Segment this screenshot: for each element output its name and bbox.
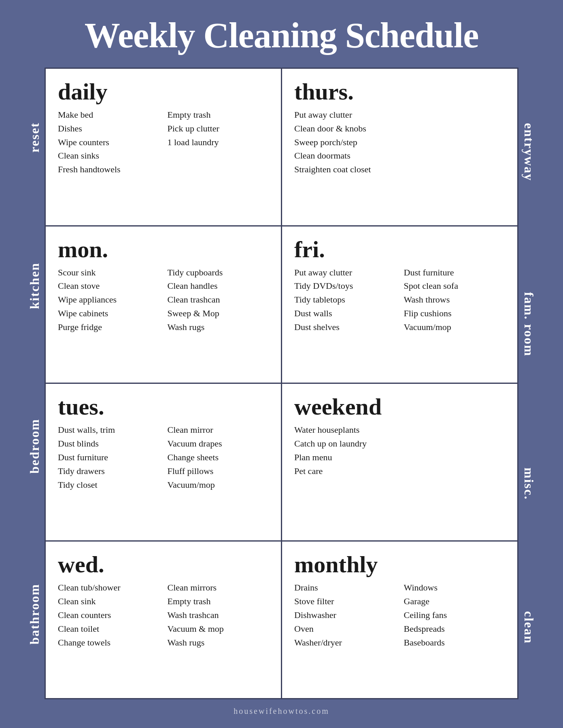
day-title-3: fri. xyxy=(294,238,505,261)
left-label-0: reset xyxy=(27,122,42,152)
task-item: Windows xyxy=(404,581,506,594)
day-title-1: thurs. xyxy=(294,80,505,104)
tasks-row-1: Put away clutterClean door & knobsSweep … xyxy=(294,108,505,216)
tasks-col2-0: Empty trashPick up clutter1 load laundry xyxy=(168,108,269,216)
task-item: Empty trash xyxy=(168,595,269,608)
task-item: Clean door & knobs xyxy=(294,122,505,135)
task-item: Scour sink xyxy=(58,266,159,279)
tasks-row-4: Dust walls, trimDust blindsDust furnitur… xyxy=(58,423,269,531)
task-item: Catch up on laundry xyxy=(294,437,505,450)
tasks-col1-5: Water houseplantsCatch up on laundryPlan… xyxy=(294,423,505,531)
main-grid: dailyMake bedDishesWipe countersClean si… xyxy=(45,68,518,699)
cell-fri: fri.Put away clutterTidy DVDs/toysTidy t… xyxy=(282,226,517,383)
task-item: Sweep & Mop xyxy=(168,307,269,320)
task-item: Dust walls, trim xyxy=(58,423,159,436)
tasks-row-2: Scour sinkClean stoveWipe appliancesWipe… xyxy=(58,266,269,373)
right-label-0: entryway xyxy=(521,123,536,181)
left-label-3: bathroom xyxy=(27,584,42,645)
page-title: Weekly Cleaning Schedule xyxy=(85,16,478,55)
left-labels: resetkitchenbedroombathroom xyxy=(24,68,45,699)
task-item: Straighten coat closet xyxy=(294,163,505,176)
task-item: Change towels xyxy=(58,636,159,649)
footer-text: housewifehowtos.com xyxy=(234,707,329,716)
task-item: Fresh handtowels xyxy=(58,163,159,176)
task-item: Sweep porch/step xyxy=(294,136,505,149)
tasks-row-6: Clean tub/showerClean sinkClean counters… xyxy=(58,581,269,688)
tasks-col1-4: Dust walls, trimDust blindsDust furnitur… xyxy=(58,423,159,531)
task-item: Clean counters xyxy=(58,609,159,622)
task-item: Wash trashcan xyxy=(168,609,269,622)
task-item: Vacuum/mop xyxy=(404,321,506,334)
task-item: Put away clutter xyxy=(294,108,505,121)
tasks-col1-1: Put away clutterClean door & knobsSweep … xyxy=(294,108,505,216)
task-item: Wipe counters xyxy=(58,136,159,149)
task-item: Clean trashcan xyxy=(168,293,269,306)
task-item: Wipe cabinets xyxy=(58,307,159,320)
task-item: Vacuum/mop xyxy=(168,478,269,491)
tasks-col2-4: Clean mirrorVacuum drapesChange sheetsFl… xyxy=(168,423,269,531)
cell-monthly: monthlyDrainsStove filterDishwasherOvenW… xyxy=(282,542,517,698)
task-item: Vacuum & mop xyxy=(168,622,269,635)
task-item: Garage xyxy=(404,595,506,608)
tasks-col1-0: Make bedDishesWipe countersClean sinksFr… xyxy=(58,108,159,216)
task-item: Clean doormats xyxy=(294,149,505,162)
tasks-row-7: DrainsStove filterDishwasherOvenWasher/d… xyxy=(294,581,505,688)
task-item: Clean sinks xyxy=(58,149,159,162)
left-label-2: bedroom xyxy=(27,419,42,474)
task-item: Dust blinds xyxy=(58,437,159,450)
cell-wed: wed.Clean tub/showerClean sinkClean coun… xyxy=(46,542,281,698)
right-label-1: fam. room xyxy=(521,292,536,357)
task-item: Dust furniture xyxy=(58,451,159,464)
task-item: Wash throws xyxy=(404,293,506,306)
task-item: Bedspreads xyxy=(404,622,506,635)
task-item: Dust walls xyxy=(294,307,396,320)
task-item: Fluff pillows xyxy=(168,465,269,478)
cell-tues: tues.Dust walls, trimDust blindsDust fur… xyxy=(46,384,281,540)
task-item: Tidy closet xyxy=(58,478,159,491)
task-item: Clean tub/shower xyxy=(58,581,159,594)
task-item: Wipe appliances xyxy=(58,293,159,306)
tasks-row-0: Make bedDishesWipe countersClean sinksFr… xyxy=(58,108,269,216)
task-item: Clean stove xyxy=(58,279,159,292)
day-title-2: mon. xyxy=(58,238,269,261)
cell-mon: mon.Scour sinkClean stoveWipe appliances… xyxy=(46,226,281,383)
task-item: Washer/dryer xyxy=(294,636,396,649)
task-item: Plan menu xyxy=(294,451,505,464)
task-item: Drains xyxy=(294,581,396,594)
tasks-col2-7: WindowsGarageCeiling fansBedspreadsBaseb… xyxy=(404,581,506,688)
cell-daily: dailyMake bedDishesWipe countersClean si… xyxy=(46,69,281,225)
task-item: Make bed xyxy=(58,108,159,121)
tasks-col1-3: Put away clutterTidy DVDs/toysTidy table… xyxy=(294,266,396,373)
day-title-6: wed. xyxy=(58,553,269,576)
task-item: Baseboards xyxy=(404,636,506,649)
task-item: Put away clutter xyxy=(294,266,396,279)
cell-thurs: thurs.Put away clutterClean door & knobs… xyxy=(282,69,517,225)
tasks-row-5: Water houseplantsCatch up on laundryPlan… xyxy=(294,423,505,531)
cell-weekend: weekendWater houseplantsCatch up on laun… xyxy=(282,384,517,540)
task-item: Water houseplants xyxy=(294,423,505,436)
task-item: Dust shelves xyxy=(294,321,396,334)
task-item: Tidy DVDs/toys xyxy=(294,279,396,292)
task-item: Clean handles xyxy=(168,279,269,292)
tasks-col1-7: DrainsStove filterDishwasherOvenWasher/d… xyxy=(294,581,396,688)
tasks-col2-6: Clean mirrorsEmpty trashWash trashcanVac… xyxy=(168,581,269,688)
task-item: Spot clean sofa xyxy=(404,279,506,292)
task-item: Empty trash xyxy=(168,108,269,121)
task-item: Wash rugs xyxy=(168,636,269,649)
task-item: Ceiling fans xyxy=(404,609,506,622)
day-title-4: tues. xyxy=(58,395,269,419)
task-item: Dishwasher xyxy=(294,609,396,622)
task-item: Tidy cupboards xyxy=(168,266,269,279)
task-item: Dust furniture xyxy=(404,266,506,279)
task-item: Clean toilet xyxy=(58,622,159,635)
task-item: Stove filter xyxy=(294,595,396,608)
left-label-1: kitchen xyxy=(27,262,42,309)
day-title-0: daily xyxy=(58,80,269,104)
task-item: Purge fridge xyxy=(58,321,159,334)
task-item: Oven xyxy=(294,622,396,635)
day-title-5: weekend xyxy=(294,395,505,419)
tasks-col1-6: Clean tub/showerClean sinkClean counters… xyxy=(58,581,159,688)
right-label-3: clean xyxy=(521,611,536,644)
tasks-row-3: Put away clutterTidy DVDs/toysTidy table… xyxy=(294,266,505,373)
task-item: Tidy drawers xyxy=(58,465,159,478)
